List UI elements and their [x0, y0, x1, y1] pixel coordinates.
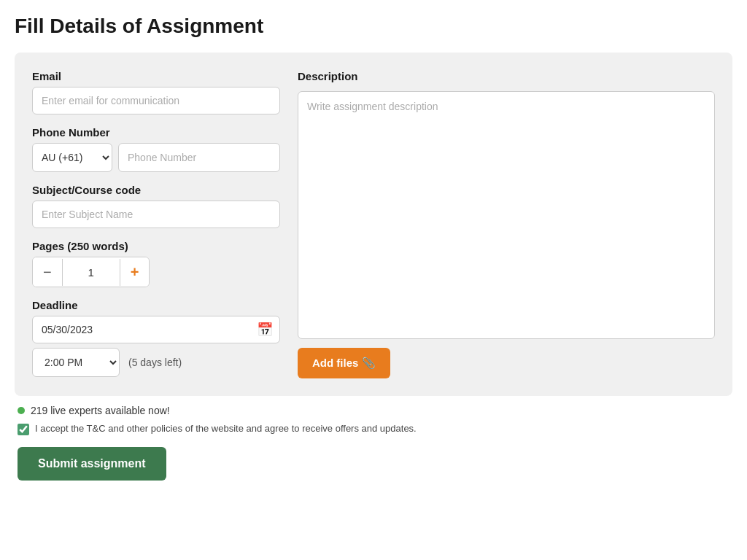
description-label: Description [298, 70, 715, 82]
pages-increment-button[interactable]: + [120, 257, 150, 287]
phone-label: Phone Number [32, 126, 280, 139]
phone-row: AU (+61) US (+1) UK (+44) IN (+91) [32, 143, 280, 172]
phone-input[interactable] [118, 143, 280, 172]
subject-label: Subject/Course code [32, 184, 280, 196]
terms-checkbox[interactable] [18, 424, 29, 435]
submit-button[interactable]: Submit assignment [18, 447, 166, 481]
time-select[interactable]: 2:00 PM 3:00 PM 4:00 PM 5:00 PM [32, 348, 120, 377]
left-column: Email Phone Number AU (+61) US (+1) UK (… [32, 70, 280, 378]
email-input[interactable] [32, 87, 280, 114]
pages-group: Pages (250 words) − 1 + [32, 240, 280, 287]
bottom-section: 219 live experts available now! I accept… [15, 405, 732, 481]
description-textarea[interactable] [298, 91, 715, 339]
pages-stepper: − 1 + [32, 257, 150, 287]
time-row: 2:00 PM 3:00 PM 4:00 PM 5:00 PM (5 days … [32, 348, 280, 377]
form-container: Email Phone Number AU (+61) US (+1) UK (… [15, 52, 732, 396]
email-group: Email [32, 70, 280, 114]
phone-country-select[interactable]: AU (+61) US (+1) UK (+44) IN (+91) [32, 143, 112, 172]
add-files-button[interactable]: Add files 📎 [298, 348, 390, 378]
right-column: Description Add files 📎 [298, 70, 715, 378]
date-input-wrapper: 📅 [32, 316, 280, 343]
date-input[interactable] [32, 316, 280, 343]
days-left: (5 days left) [128, 357, 182, 368]
add-files-label: Add files 📎 [312, 357, 376, 370]
page-title: Fill Details of Assignment [15, 15, 732, 38]
deadline-label: Deadline [32, 299, 280, 311]
pages-label: Pages (250 words) [32, 240, 280, 252]
subject-input[interactable] [32, 201, 280, 228]
deadline-date-row: 📅 [32, 316, 280, 343]
deadline-group: Deadline 📅 2:00 PM 3:00 PM 4:00 PM 5:00 … [32, 299, 280, 377]
pages-value: 1 [62, 259, 120, 286]
phone-group: Phone Number AU (+61) US (+1) UK (+44) I… [32, 126, 280, 172]
live-experts-text: 219 live experts available now! [31, 405, 170, 416]
terms-text: I accept the T&C and other policies of t… [35, 422, 417, 435]
live-experts-row: 219 live experts available now! [18, 405, 729, 416]
subject-group: Subject/Course code [32, 184, 280, 228]
calendar-icon[interactable]: 📅 [257, 322, 273, 338]
green-dot-icon [18, 407, 25, 414]
terms-row: I accept the T&C and other policies of t… [18, 422, 729, 435]
email-label: Email [32, 70, 280, 82]
pages-decrement-button[interactable]: − [33, 257, 62, 287]
